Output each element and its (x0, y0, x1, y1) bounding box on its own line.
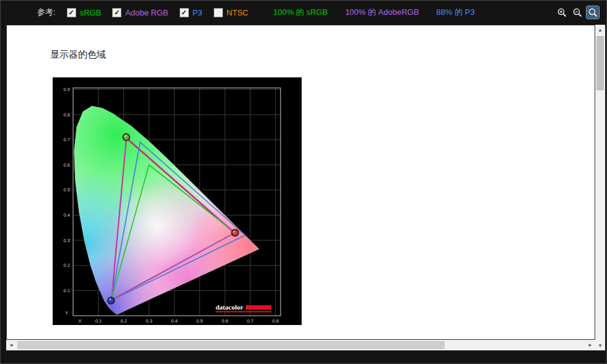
checkbox-p3-label: P3 (193, 8, 203, 17)
checkbox-srgb-box: ✓ (67, 8, 76, 17)
svg-text:0.4: 0.4 (64, 212, 70, 218)
zoom-toolbar (556, 6, 599, 19)
svg-text:0.7: 0.7 (64, 137, 70, 142)
checkbox-adobergb-box: ✓ (112, 8, 121, 17)
page-title: 显示器的色域 (50, 49, 106, 61)
toolbar: 参考: ✓ sRGB ✓ Adobe RGB ✓ P3 NTSC 100% 的 … (0, 0, 607, 25)
svg-text:0.6: 0.6 (222, 318, 228, 324)
zoom-in-icon[interactable] (556, 6, 568, 19)
svg-text:0.1: 0.1 (95, 318, 102, 324)
checkbox-ntsc-label: NTSC (227, 8, 248, 17)
horizontal-scrollbar-thumb[interactable] (17, 341, 445, 349)
svg-text:0.5: 0.5 (196, 318, 203, 324)
svg-text:0.2: 0.2 (64, 262, 70, 268)
svg-text:0.6: 0.6 (64, 162, 70, 168)
vertical-scrollbar[interactable]: ▲ ▼ (595, 25, 605, 350)
svg-text:0.3: 0.3 (64, 238, 70, 243)
checkbox-ntsc[interactable]: NTSC (214, 8, 248, 17)
checkbox-srgb[interactable]: ✓ sRGB (67, 8, 102, 17)
scroll-up-icon[interactable]: ▲ (595, 25, 605, 35)
horizontal-scrollbar[interactable]: ◄ ► (6, 340, 595, 350)
svg-text:0.2: 0.2 (120, 318, 126, 324)
svg-text:0.8: 0.8 (273, 318, 279, 324)
zoom-out-icon[interactable] (571, 6, 583, 19)
reference-label: 参考: (37, 7, 56, 18)
checkbox-srgb-label: sRGB (80, 8, 102, 17)
checkbox-p3-box: ✓ (180, 8, 189, 17)
cie-diagram: 0.10.20.30.40.50.60.70.80.10.20.30.40.50… (53, 77, 302, 325)
svg-text:0.5: 0.5 (64, 187, 70, 193)
vertical-scrollbar-thumb[interactable] (596, 36, 604, 90)
coverage-srgb: 100% 的 sRGB (273, 7, 328, 18)
svg-text:X: X (78, 318, 81, 324)
checkbox-adobergb[interactable]: ✓ Adobe RGB (112, 8, 168, 17)
svg-text:0.3: 0.3 (146, 318, 152, 324)
svg-text:0.9: 0.9 (64, 87, 70, 92)
checkbox-adobergb-label: Adobe RGB (125, 8, 168, 17)
svg-text:0.7: 0.7 (247, 318, 253, 324)
scroll-down-icon[interactable]: ▼ (595, 340, 605, 350)
content-panel: 显示器的色域 0.10.20.30.40.50.60.70.80.10.20.3… (6, 25, 595, 340)
coverage-p3: 88% 的 P3 (436, 7, 474, 18)
coverage-adobergb: 100% 的 AdobeRGB (345, 7, 419, 18)
svg-text:0.1: 0.1 (64, 288, 70, 293)
checkbox-p3[interactable]: ✓ P3 (180, 8, 203, 17)
checkbox-ntsc-box (214, 8, 223, 17)
gamut-chart: 0.10.20.30.40.50.60.70.80.10.20.30.40.50… (53, 77, 302, 325)
svg-text:datacolor: datacolor (216, 303, 243, 311)
zoom-fit-icon[interactable] (587, 6, 599, 19)
svg-text:0.8: 0.8 (64, 112, 70, 118)
scroll-left-icon[interactable]: ◄ (6, 340, 16, 350)
svg-text:Y: Y (65, 310, 68, 316)
svg-text:0.4: 0.4 (171, 318, 177, 324)
scroll-right-icon[interactable]: ► (585, 340, 595, 350)
